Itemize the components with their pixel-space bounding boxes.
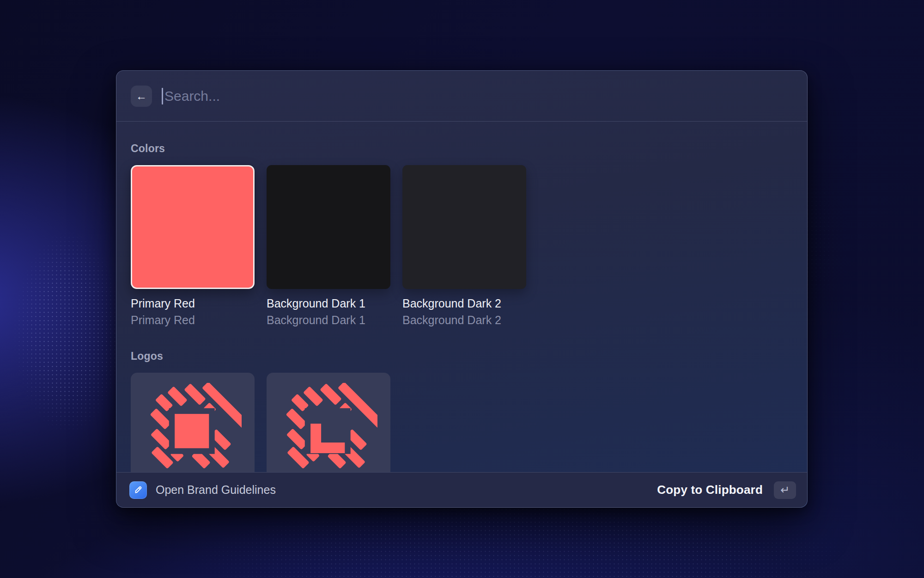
logo-item-1[interactable] <box>131 373 255 472</box>
color-subtitle: Primary Red <box>131 313 255 327</box>
brand-logo-outline-square-icon <box>280 383 377 472</box>
logos-section-heading: Logos <box>131 350 793 363</box>
color-subtitle: Background Dark 1 <box>267 313 390 327</box>
action-bar: Open Brand Guidelines Copy to Clipboard … <box>116 472 807 507</box>
copy-to-clipboard-label: Copy to Clipboard <box>657 483 763 497</box>
back-button[interactable]: ← <box>131 86 152 107</box>
open-brand-guidelines-action[interactable]: Open Brand Guidelines <box>129 481 276 499</box>
logo-tile-row <box>131 373 793 472</box>
color-swatch-background-dark-1[interactable] <box>267 165 390 289</box>
color-item-background-dark-2[interactable]: Background Dark 2 Background Dark 2 <box>402 165 526 327</box>
logo-item-2[interactable] <box>267 373 390 472</box>
arrow-left-icon: ← <box>136 86 147 107</box>
results-area: Colors Primary Red Primary Red Backgroun… <box>116 122 807 472</box>
color-swatch-row: Primary Red Primary Red Background Dark … <box>131 165 793 327</box>
text-caret <box>162 88 163 105</box>
color-item-background-dark-1[interactable]: Background Dark 1 Background Dark 1 <box>267 165 390 327</box>
search-input[interactable] <box>162 88 793 104</box>
brand-guidelines-app-icon <box>129 481 147 499</box>
map-dots-texture <box>13 231 124 435</box>
brand-logo-filled-square-icon <box>144 383 242 472</box>
color-swatch-background-dark-2[interactable] <box>402 165 526 289</box>
color-swatch-primary-red[interactable] <box>131 165 255 289</box>
pencil-icon <box>132 484 144 496</box>
search-bar: ← <box>116 71 807 122</box>
color-subtitle: Background Dark 2 <box>402 313 526 327</box>
copy-to-clipboard-button[interactable]: Copy to Clipboard ↵ <box>657 481 796 499</box>
colors-section: Colors Primary Red Primary Red Backgroun… <box>131 142 793 327</box>
return-icon: ↵ <box>780 484 790 497</box>
search-input-wrap <box>162 88 793 104</box>
logos-section: Logos <box>131 350 793 472</box>
color-title: Background Dark 1 <box>267 296 390 311</box>
colors-section-heading: Colors <box>131 142 793 155</box>
enter-keycap: ↵ <box>774 481 796 499</box>
color-title: Background Dark 2 <box>402 296 526 311</box>
command-palette-window: ← Colors Primary Red Primary Red Backgro… <box>116 70 808 508</box>
color-item-primary-red[interactable]: Primary Red Primary Red <box>131 165 255 327</box>
open-brand-guidelines-label: Open Brand Guidelines <box>156 483 276 497</box>
color-title: Primary Red <box>131 296 255 311</box>
background-dots-texture <box>176 499 869 578</box>
